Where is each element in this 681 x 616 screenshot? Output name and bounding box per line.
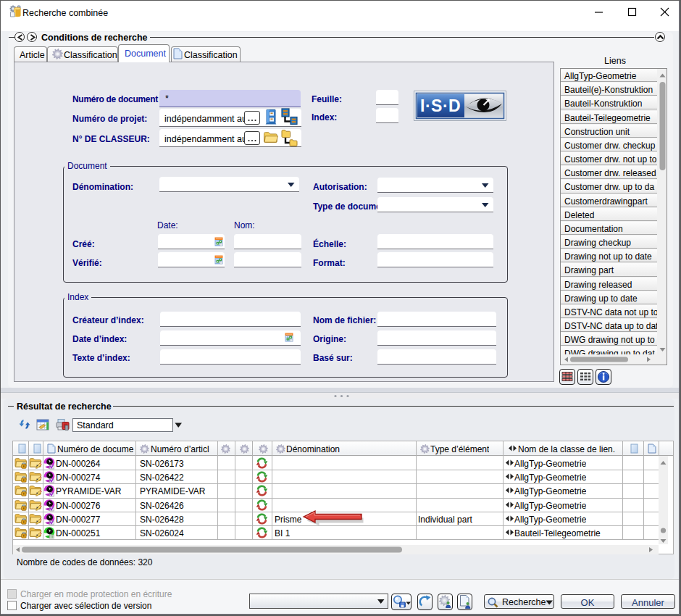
svg-text:I·S·D: I·S·D <box>420 96 461 115</box>
